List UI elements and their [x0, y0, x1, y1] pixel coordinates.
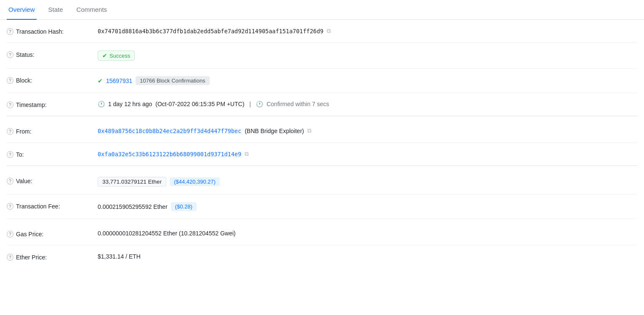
gas-price-help-icon[interactable]: ? — [7, 231, 13, 238]
timestamp-relative: 1 day 12 hrs ago — [108, 101, 152, 107]
value-help-icon[interactable]: ? — [7, 178, 13, 184]
gas-price-row: ? Gas Price: 0.000000010281204552 Ether … — [7, 222, 637, 246]
ether-price-help-icon[interactable]: ? — [7, 254, 13, 261]
value-content: 33,771.03279121 Ether ($44,420,390.27) — [98, 177, 637, 187]
block-check-icon: ✔ — [98, 77, 103, 84]
status-row: ? Status: ✔ Success — [7, 43, 637, 69]
section-divider-3 — [7, 219, 637, 222]
to-address-link[interactable]: 0xfa0a32e5c33b6123122b6b68099001d9371d14… — [98, 151, 241, 158]
transaction-hash-value: 0x74701d8816a4b3b6c377dfb1dab2edd5abfe7a… — [98, 27, 637, 35]
tab-comments[interactable]: Comments — [75, 0, 109, 20]
transaction-hash-help-icon[interactable]: ? — [7, 28, 13, 35]
transaction-hash-text: 0x74701d8816a4b3b6c377dfb1dab2edd5abfe7a… — [98, 28, 323, 35]
from-help-icon[interactable]: ? — [7, 128, 13, 135]
confirmations-badge: 10766 Block Confirmations — [136, 76, 209, 85]
ether-price-text: $1,331.14 / ETH — [98, 253, 141, 260]
ether-price-row: ? Ether Price: $1,331.14 / ETH — [7, 246, 637, 268]
section-divider-2 — [7, 166, 637, 169]
gas-price-text: 0.000000010281204552 Ether (10.281204552… — [98, 230, 236, 237]
transaction-hash-row: ? Transaction Hash: 0x74701d8816a4b3b6c3… — [7, 20, 637, 43]
confirmed-clock-icon: 🕐 — [256, 101, 263, 107]
transaction-fee-value: 0.000215905295592 Ether ($0.28) — [98, 202, 637, 211]
tab-overview[interactable]: Overview — [7, 0, 37, 20]
block-value: ✔ 15697931 10766 Block Confirmations — [98, 76, 637, 85]
value-row: ? Value: 33,771.03279121 Ether ($44,420,… — [7, 169, 637, 195]
fee-ether: 0.000215905295592 Ether — [98, 203, 168, 210]
gas-price-label: ? Gas Price: — [7, 230, 91, 238]
to-help-icon[interactable]: ? — [7, 151, 13, 158]
from-value: 0x489a8756c18c0b8b24ec2a2b9ff3d4d447f79b… — [98, 127, 637, 134]
from-address-link[interactable]: 0x489a8756c18c0b8b24ec2a2b9ff3d4d447f79b… — [98, 128, 241, 134]
fee-usd: ($0.28) — [171, 202, 197, 211]
timestamp-label: ? Timestamp: — [7, 101, 91, 108]
overview-content: ? Transaction Hash: 0x74701d8816a4b3b6c3… — [0, 20, 644, 268]
ether-price-label: ? Ether Price: — [7, 253, 91, 261]
tab-state[interactable]: State — [47, 0, 65, 20]
to-row: ? To: 0xfa0a32e5c33b6123122b6b68099001d9… — [7, 143, 637, 166]
timestamp-absolute: (Oct-07-2022 06:15:35 PM +UTC) — [155, 101, 244, 107]
transaction-hash-copy-icon[interactable]: ⧉ — [327, 27, 331, 35]
transaction-fee-label: ? Transaction Fee: — [7, 202, 91, 210]
block-row: ? Block: ✔ 15697931 10766 Block Confirma… — [7, 69, 637, 93]
to-copy-icon[interactable]: ⧉ — [245, 150, 249, 158]
tab-bar: Overview State Comments — [0, 0, 644, 20]
block-help-icon[interactable]: ? — [7, 77, 13, 84]
from-copy-icon[interactable]: ⧉ — [307, 127, 311, 134]
status-help-icon[interactable]: ? — [7, 51, 13, 58]
transaction-fee-help-icon[interactable]: ? — [7, 203, 13, 210]
ether-price-value: $1,331.14 / ETH — [98, 253, 637, 260]
to-value: 0xfa0a32e5c33b6123122b6b68099001d9371d14… — [98, 150, 637, 158]
gas-price-value: 0.000000010281204552 Ether (10.281204552… — [98, 230, 637, 237]
status-label: ? Status: — [7, 51, 91, 58]
clock-icon: 🕐 — [98, 101, 105, 107]
from-row: ? From: 0x489a8756c18c0b8b24ec2a2b9ff3d4… — [7, 120, 637, 143]
from-label: ? From: — [7, 127, 91, 135]
to-label: ? To: — [7, 150, 91, 158]
transaction-hash-label: ? Transaction Hash: — [7, 27, 91, 35]
timestamp-value: 🕐 1 day 12 hrs ago (Oct-07-2022 06:15:35… — [98, 101, 637, 107]
section-divider-1 — [7, 116, 637, 120]
value-label: ? Value: — [7, 177, 91, 184]
timestamp-help-icon[interactable]: ? — [7, 101, 13, 108]
timestamp-row: ? Timestamp: 🕐 1 day 12 hrs ago (Oct-07-… — [7, 93, 637, 116]
block-number-link[interactable]: 15697931 — [106, 77, 132, 84]
block-label: ? Block: — [7, 76, 91, 84]
transaction-fee-row: ? Transaction Fee: 0.000215905295592 Eth… — [7, 195, 637, 219]
timestamp-separator: | — [250, 101, 251, 107]
status-value: ✔ Success — [98, 51, 637, 61]
value-usd: ($44,420,390.27) — [170, 177, 220, 186]
status-badge: ✔ Success — [98, 51, 135, 61]
confirmed-text: Confirmed within 7 secs — [266, 101, 329, 107]
value-ether: 33,771.03279121 Ether — [98, 177, 166, 187]
from-address-name: (BNB Bridge Exploiter) — [245, 128, 304, 134]
success-check-icon: ✔ — [102, 52, 107, 59]
